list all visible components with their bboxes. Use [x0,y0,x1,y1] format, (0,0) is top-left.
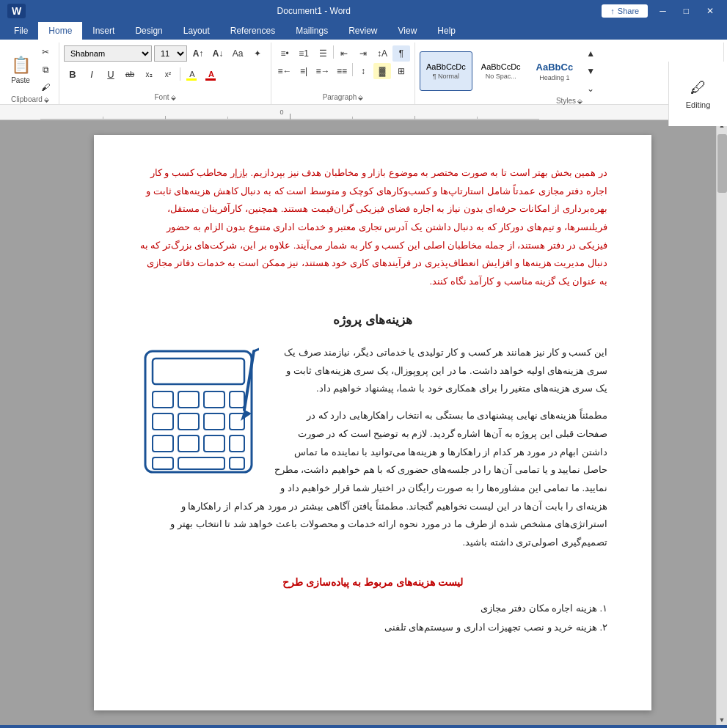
underline-button[interactable]: U [102,66,120,82]
style-heading1[interactable]: AaBbCc Heading 1 [530,51,580,91]
maximize-icon[interactable]: □ [678,4,695,18]
cost-item-1: ۱. هزینه اجاره مکان دفتر مجازی [138,599,607,618]
cost-section: هزینه‌های پروژه [138,309,607,561]
tab-home[interactable]: Home [38,22,82,40]
line-spacing-button[interactable]: ↕ [354,63,372,79]
font-group: Shabnam 11 A↑ A↓ Aa ✦ B I U ab x₂ x² A [61,43,271,104]
styles-expander-icon[interactable]: ⬙ [577,98,582,105]
red-link[interactable]: بازار [230,167,248,178]
editing-icon: 🖊 [690,78,706,98]
shading-button[interactable]: ▓ [373,63,391,79]
clipboard-group: 📋 Paste ✂ ⧉ 🖌 Clipboard ⬙ [3,43,59,104]
scroll-down-button[interactable]: ▼ [717,715,727,725]
cost-item-2: ۲. هزینه خرید و نصب تجهیزات اداری و سیست… [138,618,607,637]
close-icon[interactable]: ✕ [701,4,720,18]
subscript-button[interactable]: x₂ [140,66,158,82]
increase-indent-button[interactable]: ⇥ [354,45,372,62]
font-color-button[interactable]: A [202,66,220,82]
vertical-scrollbar[interactable]: ▲ ▼ [716,120,727,725]
paste-button[interactable]: 📋 Paste [6,49,35,90]
sort-button[interactable]: ↕A [373,45,391,62]
tab-insert[interactable]: Insert [82,22,125,40]
tab-mailings[interactable]: Mailings [285,22,338,40]
align-center-button[interactable]: ≡| [295,63,313,79]
clear-format-button[interactable]: ✦ [249,45,266,62]
strikethrough-button[interactable]: ab [121,66,139,82]
doc-area: در همین بخش بهتر است تا به صورت مختصر به… [0,120,727,725]
svg-rect-9 [230,413,244,430]
svg-rect-5 [230,391,244,408]
decrease-font-button[interactable]: A↓ [209,45,227,62]
increase-font-button[interactable]: A↑ [189,45,207,62]
status-bar: Page 8 of 14 4770 words 📝 Persian (Iran)… [0,725,727,728]
share-icon: ↑ [610,7,615,15]
paragraph-expander-icon[interactable]: ⬙ [358,94,363,101]
tab-layout[interactable]: Layout [173,22,220,40]
change-case-button[interactable]: Aa [229,45,246,62]
svg-rect-12 [204,435,224,452]
minimize-icon[interactable]: ─ [654,4,672,18]
cost-list-heading: لیست هزینه‌های مربوط به پیاده‌سازی طرح [138,573,607,592]
ruler: 0 [0,104,727,120]
font-expander-icon[interactable]: ⬙ [171,94,176,101]
styles-expand[interactable]: ⌄ [582,81,599,97]
italic-button[interactable]: I [83,66,101,82]
svg-rect-4 [204,391,224,408]
svg-rect-1 [153,359,244,384]
style-heading1-preview: AaBbCc [536,62,574,73]
paragraph-group: ≡• ≡1 ☰ ⇤ ⇥ ↕A ¶ ≡← ≡| ≡→ ≡≡ ↕ ▓ ⊞ Parag… [273,43,415,104]
clipboard-expander-icon[interactable]: ⬙ [44,96,49,103]
font-family-select[interactable]: Shabnam [64,45,152,62]
tab-help[interactable]: Help [427,22,466,40]
svg-rect-10 [153,435,173,452]
tab-file[interactable]: File [4,22,38,40]
svg-rect-6 [153,413,173,430]
text-highlight-button[interactable]: A [183,66,201,82]
title-bar-left: W [7,4,26,18]
show-marks-button[interactable]: ¶ [392,45,410,62]
style-normal[interactable]: AaBbCcDc ¶ Normal [420,51,472,91]
font-bottom-row: B I U ab x₂ x² A A [64,66,266,82]
styles-scroll-up[interactable]: ▲ [582,45,599,62]
decrease-indent-button[interactable]: ⇤ [335,45,353,62]
para-divider2 [352,63,353,76]
ruler-ticks: 0 [40,106,539,120]
red-main-text: مخاطب کسب و کار اجاره دفتر مجازی عمدتاً … [140,167,607,287]
paste-icon: 📋 [11,56,31,75]
justify-button[interactable]: ≡≡ [333,63,351,79]
bold-button[interactable]: B [64,66,81,82]
styles-scroll-controls: ▲ ▼ ⌄ [582,45,599,97]
bullets-button[interactable]: ≡• [276,45,293,62]
font-size-select[interactable]: 11 [154,45,187,62]
tab-design[interactable]: Design [125,22,172,40]
tab-view[interactable]: View [388,22,428,40]
tab-references[interactable]: References [220,22,285,40]
align-right-button[interactable]: ≡→ [314,63,332,79]
doc-scroll[interactable]: در همین بخش بهتر است تا به صورت مختصر به… [29,120,716,725]
cut-button[interactable]: ✂ [37,44,54,60]
paragraph-top-row: ≡• ≡1 ☰ ⇤ ⇥ ↕A ¶ [276,45,410,62]
styles-scroll-down[interactable]: ▼ [582,63,599,79]
para-divider1 [333,45,334,59]
svg-rect-7 [178,413,199,430]
title-bar: W Document1 - Word ↑ Share ─ □ ✕ [0,0,727,22]
align-left-button[interactable]: ≡← [276,63,293,79]
ribbon-content: 📋 Paste ✂ ⧉ 🖌 Clipboard ⬙ Shabnam 11 [0,40,727,104]
copy-button[interactable]: ⧉ [37,62,54,78]
title-bar-right: ↑ Share ─ □ ✕ [602,4,720,18]
superscript-button[interactable]: x² [159,66,177,82]
borders-button[interactable]: ⊞ [392,63,410,79]
ribbon-tabs: File Home Insert Design Layout Reference… [0,22,727,40]
svg-rect-0 [145,351,252,472]
scroll-thumb[interactable] [717,134,727,193]
editing-panel: 🖊 Editing [668,62,727,126]
tab-review[interactable]: Review [338,22,387,40]
multilevel-list-button[interactable]: ☰ [314,45,332,62]
ruler-mark-center: 0 [280,109,283,116]
svg-rect-13 [230,435,244,452]
share-button[interactable]: ↑ Share [602,4,648,18]
style-no-space[interactable]: AaBbCcDc No Spac... [475,51,527,91]
numbering-button[interactable]: ≡1 [295,45,313,62]
paragraph-group-label: Paragraph [323,93,357,101]
format-painter-button[interactable]: 🖌 [37,79,54,95]
